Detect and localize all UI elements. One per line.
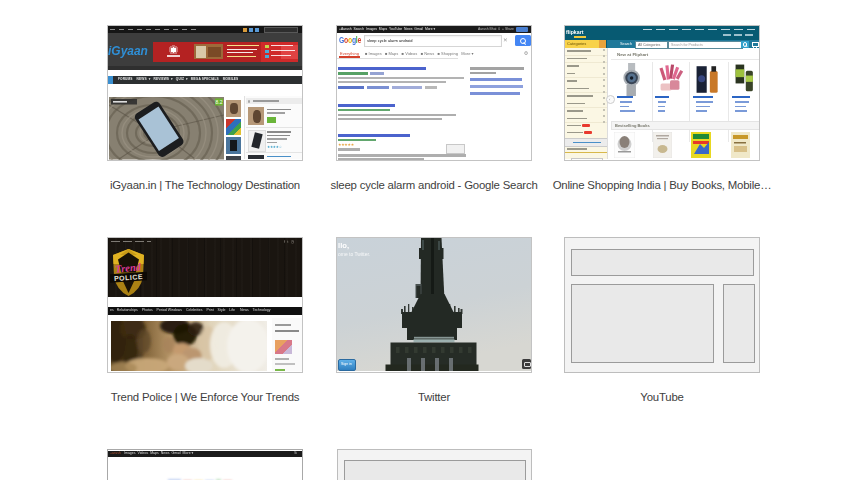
- svg-text:8.2: 8.2: [215, 99, 222, 105]
